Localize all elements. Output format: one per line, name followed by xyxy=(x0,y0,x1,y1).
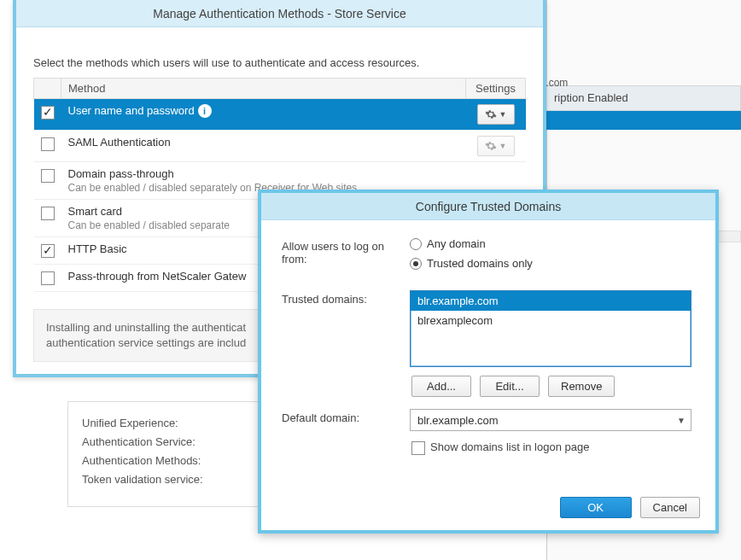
allow-logon-label: Allow users to log on from: xyxy=(282,237,410,265)
default-domain-label: Default domain: xyxy=(282,409,410,424)
chevron-down-icon: ▼ xyxy=(499,142,507,150)
list-item[interactable]: blrexamplecom xyxy=(411,311,691,330)
dialog-instructions: Select the methods which users will use … xyxy=(16,27,543,78)
radio-trusted-domains-only[interactable]: Trusted domains only xyxy=(410,257,533,270)
add-button[interactable]: Add... xyxy=(411,376,471,397)
method-column-header: Method xyxy=(61,79,466,99)
auth-method-row[interactable]: User name and passwordi▼ xyxy=(34,99,526,131)
method-label: User name and password xyxy=(68,104,195,117)
radio-any-domain[interactable]: Any domain xyxy=(410,237,533,250)
info-icon[interactable]: i xyxy=(198,104,212,118)
default-domain-dropdown[interactable]: blr.example.com ▼ xyxy=(410,409,691,431)
chevron-down-icon: ▼ xyxy=(677,416,686,425)
radio-any-domain-label: Any domain xyxy=(427,237,486,250)
default-domain-value: blr.example.com xyxy=(417,414,499,427)
remove-button[interactable]: Remove xyxy=(548,376,615,397)
method-checkbox[interactable] xyxy=(41,244,55,258)
trusted-domains-label: Trusted domains: xyxy=(282,290,410,306)
show-domains-checkbox[interactable] xyxy=(411,441,425,455)
trusted-domains-listbox[interactable]: blr.example.comblrexamplecom xyxy=(410,290,691,367)
radio-bullet-icon xyxy=(410,238,422,250)
method-label: HTTP Basic xyxy=(68,242,127,255)
edit-button[interactable]: Edit... xyxy=(480,376,540,397)
settings-column-header: Settings xyxy=(466,79,526,99)
settings-gear-button[interactable]: ▼ xyxy=(477,104,515,125)
dialog-title: Manage Authentication Methods - Store Se… xyxy=(16,0,543,27)
background-blue-bar xyxy=(546,111,741,130)
background-subscription-bar: ription Enabled xyxy=(546,85,741,111)
ok-button[interactable]: OK xyxy=(560,497,632,518)
method-label: Domain pass-through xyxy=(68,167,174,180)
chevron-down-icon: ▼ xyxy=(499,110,507,119)
method-label: Smart card xyxy=(68,205,123,218)
dialog-title: Configure Trusted Domains xyxy=(261,193,715,220)
list-item[interactable]: blr.example.com xyxy=(411,291,691,311)
checkbox-column-header xyxy=(34,79,61,99)
method-label: Pass-through from NetScaler Gatew xyxy=(68,270,247,283)
settings-gear-button: ▼ xyxy=(477,136,515,156)
radio-bullet-icon xyxy=(410,258,422,270)
show-domains-label: Show domains list in logon page xyxy=(430,440,589,453)
auth-method-row[interactable]: SAML Authentication▼ xyxy=(34,131,526,162)
method-checkbox[interactable] xyxy=(41,271,55,285)
configure-trusted-domains-dialog: Configure Trusted Domains Allow users to… xyxy=(258,190,719,534)
method-checkbox[interactable] xyxy=(41,207,55,220)
radio-trusted-label: Trusted domains only xyxy=(427,257,533,270)
method-checkbox[interactable] xyxy=(41,106,55,120)
method-label: SAML Authentication xyxy=(68,136,171,149)
method-checkbox[interactable] xyxy=(41,137,55,151)
method-checkbox[interactable] xyxy=(41,169,55,183)
cancel-button[interactable]: Cancel xyxy=(640,497,700,518)
